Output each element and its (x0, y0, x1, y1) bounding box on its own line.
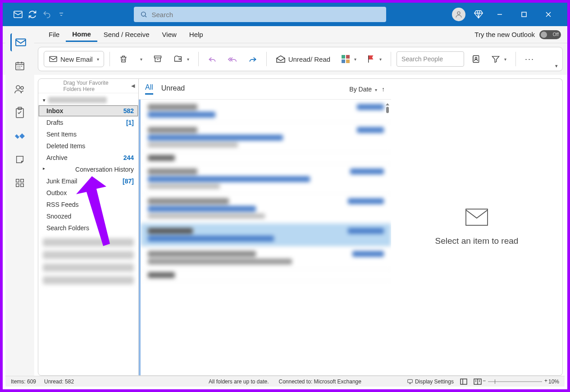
more-button[interactable]: ··· (521, 51, 538, 67)
filter-button[interactable]: ▾ (488, 51, 510, 67)
folder-pane: Drag Your Favorite Folders Here ◀ ▾ Inbo… (38, 78, 139, 376)
rail-calendar[interactable] (11, 57, 29, 75)
account-avatar[interactable] (452, 8, 465, 21)
close-button[interactable] (540, 6, 556, 23)
folder-deleted-items[interactable]: Deleted Items (38, 140, 138, 152)
nav-rail (5, 29, 34, 376)
collapse-folder-pane-icon[interactable]: ◀ (131, 83, 135, 89)
message-item[interactable] (141, 194, 391, 223)
folder-outbox[interactable]: Outbox (38, 187, 138, 199)
categorize-button[interactable]: ▾ (337, 51, 360, 67)
message-item-selected[interactable] (141, 223, 391, 246)
display-settings-button[interactable]: Display Settings (407, 378, 454, 385)
svg-rect-7 (346, 55, 350, 59)
address-book-icon (471, 54, 480, 64)
flag-button[interactable]: ▾ (364, 51, 385, 67)
[interactable] (43, 251, 134, 259)
folder-redacted[interactable] (43, 238, 134, 246)
menu-help[interactable]: Help (183, 28, 210, 41)
folder-sent-items[interactable]: Sent Items (38, 128, 138, 140)
menu-home[interactable]: Home (66, 27, 97, 42)
rail-people[interactable] (11, 80, 29, 98)
svg-rect-18 (16, 179, 19, 182)
message-item[interactable] (141, 246, 391, 269)
rail-mail[interactable] (10, 33, 28, 51)
envelope-icon (465, 208, 488, 226)
folder-snoozed[interactable]: Snoozed (38, 210, 138, 222)
note-icon (15, 155, 25, 164)
filter-icon (491, 55, 500, 64)
menu-file[interactable]: File (42, 28, 66, 41)
search-people-input[interactable]: Search People (397, 51, 464, 67)
status-connection: Connected to: Microsoft Exchange (278, 378, 361, 385)
view-normal-icon[interactable] (460, 378, 467, 385)
forward-button[interactable] (245, 51, 261, 67)
rail-tasks[interactable] (11, 104, 29, 122)
try-new-outlook-label: Try the new Outlook (474, 31, 535, 38)
folder-redacted[interactable] (43, 276, 134, 284)
menu-view[interactable]: View (156, 28, 183, 41)
delete-button[interactable] (115, 51, 132, 67)
minimize-button[interactable] (492, 6, 508, 23)
message-item[interactable] (141, 100, 391, 123)
folder-junk-email[interactable]: Junk Email[87] (38, 175, 138, 187)
view-reading-icon[interactable] (474, 378, 482, 385)
message-item[interactable] (141, 164, 391, 194)
svg-rect-20 (16, 184, 19, 187)
sort-direction-icon[interactable]: ↑ (382, 86, 385, 93)
message-group-header[interactable] (141, 152, 391, 164)
search-input[interactable] (152, 11, 380, 18)
reply-button[interactable] (204, 51, 220, 67)
move-button[interactable]: ▾ (169, 51, 193, 67)
premium-icon[interactable] (474, 9, 483, 19)
status-bar: Items: 609 Unread: 582 All folders are u… (5, 376, 565, 387)
forward-icon (248, 55, 257, 64)
archive-button[interactable] (150, 51, 166, 67)
delete-dropdown[interactable]: ▾ (135, 51, 146, 67)
message-group-header[interactable] (141, 269, 391, 281)
chevron-down-icon[interactable]: ▾ (97, 57, 99, 62)
svg-point-2 (457, 12, 460, 14)
folder-inbox[interactable]: Inbox582 (38, 105, 138, 117)
clipboard-icon (15, 107, 25, 119)
status-items: Items: 609 (11, 378, 36, 385)
status-unread: Unread: 582 (44, 378, 74, 385)
search-box[interactable] (134, 7, 386, 22)
favorites-hint: Drag Your Favorite Folders Here (64, 80, 114, 92)
tab-unread[interactable]: Unread (161, 84, 185, 94)
rail-todo[interactable] (11, 127, 29, 145)
undo-icon[interactable] (41, 8, 53, 21)
zoom-slider[interactable]: −+ (488, 381, 542, 382)
folder-archive[interactable]: Archive244 (38, 152, 138, 164)
tab-all[interactable]: All (145, 83, 153, 95)
qat-dropdown-icon[interactable] (55, 8, 68, 21)
try-new-outlook-toggle[interactable]: Off (539, 30, 561, 39)
folder-rss-feeds[interactable]: RSS Feeds (38, 199, 138, 210)
svg-rect-12 (16, 39, 26, 46)
svg-point-1 (141, 12, 145, 16)
sort-by-date[interactable]: By Date ▾ (349, 86, 377, 93)
address-book-button[interactable] (468, 51, 484, 67)
new-email-button[interactable]: New Email ▾ (44, 51, 104, 67)
unread-read-button[interactable]: Unread/ Read (272, 51, 334, 67)
rail-more-apps[interactable] (11, 174, 29, 192)
account-header[interactable]: ▾ (38, 93, 138, 105)
reply-all-button[interactable] (224, 51, 241, 67)
maximize-button[interactable] (516, 6, 532, 23)
ribbon-expand-icon[interactable]: ▾ (555, 63, 558, 69)
folder-redacted[interactable] (43, 264, 134, 272)
folder-search-folders[interactable]: Search Folders (38, 222, 138, 234)
folder-conversation-history[interactable]: ▸Conversation History (38, 164, 138, 175)
ribbon: New Email ▾ ▾ ▾ Unread/ Read ▾ ▾ Search … (38, 47, 563, 71)
svg-rect-21 (21, 184, 23, 187)
svg-rect-19 (21, 179, 23, 182)
todo-icon (14, 132, 26, 141)
sync-icon[interactable] (26, 8, 39, 21)
calendar-icon (14, 60, 25, 71)
rail-notes[interactable] (11, 150, 29, 169)
folder-drafts[interactable]: Drafts[1] (38, 117, 138, 128)
svg-point-11 (475, 57, 477, 59)
message-item[interactable] (141, 123, 391, 152)
archive-icon (153, 55, 162, 64)
menu-send-receive[interactable]: Send / Receive (97, 28, 156, 41)
